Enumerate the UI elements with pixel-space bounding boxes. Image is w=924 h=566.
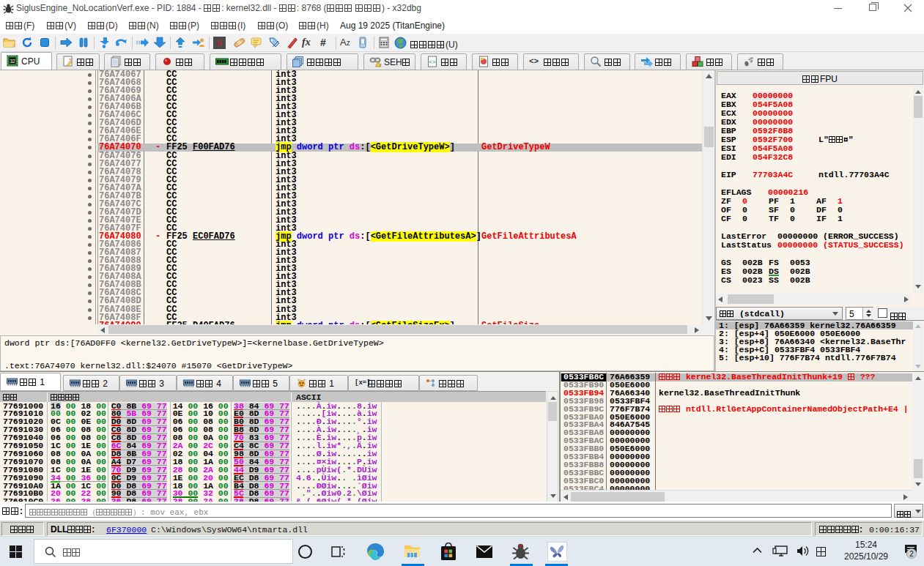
- svg-text:32: 32: [10, 59, 15, 64]
- svg-text:S: S: [217, 37, 222, 48]
- svg-text:!: !: [380, 63, 382, 67]
- svg-text:<>: <>: [429, 59, 436, 65]
